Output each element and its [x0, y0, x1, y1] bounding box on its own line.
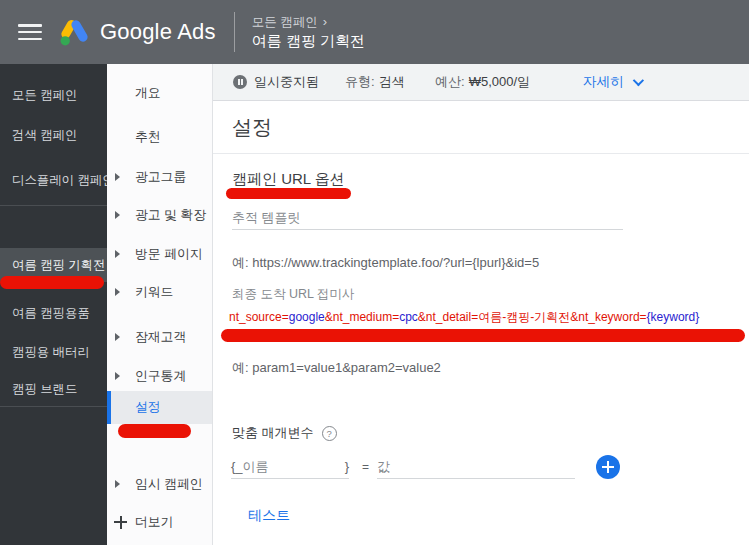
tracking-template-example: 예: https://www.trackingtemplate.foo/?url… — [232, 254, 539, 272]
custom-parameters-label-row: 맞춤 매개변수 — [232, 424, 337, 442]
nav-item-recommendations[interactable]: 추천 — [107, 124, 212, 150]
nav-item-settings[interactable]: 설정 — [107, 391, 212, 424]
param-name-field[interactable]: {_ } — [231, 453, 349, 479]
annotation-underline-campaign — [0, 276, 104, 289]
sidebar-item-search-campaigns[interactable]: 검색 캠페인 — [0, 122, 107, 148]
nav-item-draft-campaigns[interactable]: 임시 캠페인 — [107, 471, 212, 497]
menu-icon[interactable] — [18, 24, 42, 40]
expand-arrow-icon[interactable] — [115, 211, 120, 219]
final-url-suffix-input[interactable]: nt_source=google&nt_medium=cpc&nt_detail… — [229, 309, 747, 326]
sidebar-item-all-campaigns[interactable]: 모든 캠페인 — [0, 82, 107, 108]
selected-indicator — [107, 391, 111, 424]
google-ads-app: Google Ads 모든 캠페인› 여름 캠핑 기획전 모든 캠페인 검색 캠… — [0, 0, 749, 545]
campaign-status-bar: 일시중지됨 유형:검색 예산:₩5,000/일 자세히 — [213, 64, 749, 101]
param-name-prefix: {_ — [231, 459, 243, 478]
tracking-template-input[interactable] — [232, 205, 623, 230]
nav-item-demographics[interactable]: 인구통계 — [107, 363, 212, 389]
final-url-suffix-example: 예: param1=value1&param2=value2 — [232, 359, 441, 377]
chevron-down-icon — [632, 75, 643, 86]
google-ads-logo-icon — [58, 15, 90, 49]
expand-arrow-icon[interactable] — [115, 372, 120, 380]
expand-arrow-icon[interactable] — [115, 250, 120, 258]
final-url-suffix-label: 최종 도착 URL 접미사 — [232, 286, 354, 303]
nav-item-ad-groups[interactable]: 광고그룹 — [107, 164, 212, 190]
expand-arrow-icon[interactable] — [115, 333, 120, 341]
param-value-field[interactable] — [377, 453, 575, 479]
breadcrumb: 모든 캠페인› 여름 캠핑 기획전 — [252, 13, 365, 51]
details-button[interactable]: 자세히 — [583, 64, 641, 100]
breadcrumb-chevron-icon: › — [323, 14, 327, 29]
campaign-url-options-title: 캠페인 URL 옵션 — [232, 170, 345, 189]
custom-parameters-label: 맞춤 매개변수 — [232, 424, 314, 442]
divider — [213, 153, 749, 154]
param-name-suffix: } — [345, 459, 349, 478]
sidebar-divider — [0, 205, 107, 206]
add-parameter-button[interactable] — [596, 455, 620, 479]
param-name-input[interactable] — [243, 454, 345, 478]
custom-parameter-row: {_ } = — [231, 453, 575, 479]
nav-item-landing-pages[interactable]: 방문 페이지 — [107, 241, 212, 267]
sidebar-item-camping-brand[interactable]: 캠핑 브랜드 — [0, 376, 107, 402]
sidebar-item-summer-camping-goods[interactable]: 여름 캠핑용품 — [0, 300, 107, 326]
settings-panel: 설정 캠페인 URL 옵션 예: https://www.trackingtem… — [213, 101, 749, 545]
status-text: 일시중지됨 — [254, 64, 319, 100]
help-icon[interactable] — [322, 426, 337, 441]
campaign-budget: 예산:₩5,000/일 — [435, 64, 530, 100]
product-name: Google Ads — [100, 19, 216, 45]
annotation-underline-suffix — [221, 329, 745, 342]
breadcrumb-current: 여름 캠핑 기획전 — [252, 31, 365, 51]
nav-item-keywords[interactable]: 키워드 — [107, 279, 212, 305]
expand-arrow-icon[interactable] — [115, 288, 120, 296]
nav-item-ads-extensions[interactable]: 광고 및 확장 — [107, 202, 212, 228]
campaign-nav: 개요 추천 광고그룹 광고 및 확장 방문 페이지 키워드 잠재고객 인구통계 … — [107, 64, 213, 545]
expand-arrow-icon[interactable] — [115, 173, 120, 181]
test-link[interactable]: 테스트 — [248, 507, 290, 525]
header-divider — [234, 12, 235, 52]
sidebar-divider — [0, 406, 107, 407]
page-title: 설정 — [232, 114, 272, 141]
plus-icon — [114, 516, 127, 529]
annotation-underline-url-options — [226, 188, 351, 199]
app-header: Google Ads 모든 캠페인› 여름 캠핑 기획전 — [0, 0, 749, 64]
sidebar-item-display-campaigns[interactable]: 디스플레이 캠페인 — [0, 167, 107, 193]
annotation-underline-settings — [118, 424, 191, 438]
breadcrumb-parent[interactable]: 모든 캠페인› — [252, 13, 365, 31]
campaign-status-chip[interactable]: 일시중지됨 — [233, 64, 319, 100]
equals-sign: = — [362, 460, 369, 474]
campaign-sidebar: 모든 캠페인 검색 캠페인 디스플레이 캠페인 여름 캠핑 기획전 여름 캠핑용… — [0, 64, 107, 545]
nav-item-more[interactable]: 더보기 — [107, 509, 212, 535]
nav-item-overview[interactable]: 개요 — [107, 80, 212, 106]
param-value-input[interactable] — [377, 454, 575, 478]
paused-icon — [233, 75, 247, 89]
campaign-type: 유형:검색 — [345, 64, 405, 100]
expand-arrow-icon[interactable] — [115, 480, 120, 488]
nav-item-audiences[interactable]: 잠재고객 — [107, 324, 212, 350]
sidebar-item-camping-battery[interactable]: 캠핑용 배터리 — [0, 339, 107, 365]
